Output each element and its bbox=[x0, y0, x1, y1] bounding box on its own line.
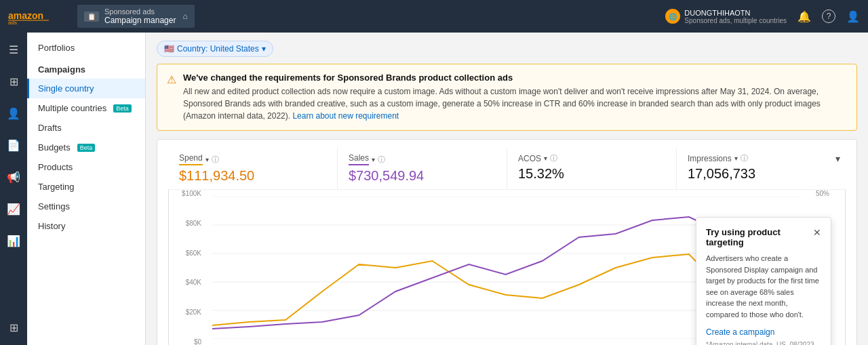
y-left-label-0: $100K bbox=[174, 190, 201, 197]
y-left-label-4: $20K bbox=[174, 308, 201, 316]
sidebar-item-history[interactable]: History bbox=[27, 216, 145, 236]
budgets-label: Budgets bbox=[38, 142, 71, 153]
history-label: History bbox=[38, 221, 65, 231]
alert-body-text: All new and edited product collection ad… bbox=[183, 87, 821, 121]
breadcrumb-info: Sponsored ads Campaign manager bbox=[104, 7, 176, 25]
sales-info-icon[interactable]: ⓘ bbox=[378, 155, 385, 165]
multiple-countries-label: Multiple countries bbox=[38, 103, 106, 113]
alert-banner: ⚠ We've changed the requirements for Spo… bbox=[157, 64, 857, 131]
chart-container: $100K $80K $60K $40K $20K $0 50% 40% 30%… bbox=[168, 190, 846, 345]
home-icon[interactable]: ⌂ bbox=[182, 12, 187, 21]
sidebar-icon-bullhorn[interactable]: 📢 bbox=[4, 168, 23, 186]
spend-info-icon[interactable]: ⓘ bbox=[212, 155, 219, 165]
user-details: DUONGTHIHAOTN Sponsored ads, multiple co… bbox=[684, 9, 787, 24]
sidebar-icon-grid[interactable]: ⊞ bbox=[7, 73, 21, 91]
sidebar-icon-bar[interactable]: 📊 bbox=[4, 232, 23, 250]
impressions-label-row: Impressions ▾ ⓘ bbox=[688, 153, 835, 163]
y-left-label-3: $40K bbox=[174, 279, 201, 286]
sales-dropdown[interactable]: ▾ bbox=[372, 156, 375, 163]
sidebar-icon-menu[interactable]: ☰ bbox=[6, 41, 21, 59]
country-dropdown-icon: ▾ bbox=[262, 44, 266, 54]
impressions-value: 17,056,733 bbox=[688, 166, 835, 182]
impressions-info-icon[interactable]: ⓘ bbox=[741, 153, 748, 163]
help-icon[interactable]: ? bbox=[822, 9, 835, 23]
user-info: 🌐 DUONGTHIHAOTN Sponsored ads, multiple … bbox=[665, 9, 787, 24]
tooltip-close-button[interactable]: ✕ bbox=[813, 227, 821, 238]
tooltip-header: Try using product targeting ✕ bbox=[706, 227, 821, 247]
metric-spend: Spend ▾ ⓘ $111,934.50 bbox=[168, 148, 338, 189]
spend-label: Spend bbox=[179, 153, 203, 165]
impressions-label: Impressions bbox=[688, 154, 732, 163]
alert-icon: ⚠ bbox=[167, 73, 176, 86]
tooltip-link[interactable]: Create a campaign bbox=[706, 327, 774, 337]
metric-sales: Sales ▾ ⓘ $730,549.94 bbox=[338, 148, 507, 189]
top-nav-left: amazon ads 📋 Sponsored ads Campaign mana… bbox=[8, 5, 195, 28]
metrics-card: Spend ▾ ⓘ $111,934.50 Sales ▾ ⓘ $730,549… bbox=[157, 139, 857, 345]
sidebar-item-multiple-countries[interactable]: Multiple countries Beta bbox=[27, 98, 145, 118]
country-label: Country: United States bbox=[177, 44, 259, 54]
alert-link[interactable]: Learn about new requirement bbox=[292, 111, 399, 121]
sidebar-item-portfolios[interactable]: Portfolios bbox=[27, 38, 145, 58]
single-country-label: Single country bbox=[38, 83, 94, 94]
acos-label: ACOS bbox=[518, 154, 541, 163]
spend-value: $111,934.50 bbox=[179, 168, 326, 184]
y-left-label-5: $0 bbox=[174, 338, 201, 345]
sidebar-icon-apps[interactable]: ⊞ bbox=[7, 319, 21, 337]
sales-label: Sales bbox=[349, 153, 369, 165]
products-label: Products bbox=[38, 162, 73, 172]
portfolios-label: Portfolios bbox=[38, 43, 75, 53]
targeting-label: Targeting bbox=[38, 182, 74, 192]
sales-label-row: Sales ▾ ⓘ bbox=[349, 153, 496, 165]
user-name: DUONGTHIHAOTN bbox=[684, 9, 787, 17]
sidebar-icon-trend[interactable]: 📈 bbox=[4, 200, 23, 218]
account-icon[interactable]: 👤 bbox=[846, 10, 860, 23]
sidebar-item-targeting[interactable]: Targeting bbox=[27, 177, 145, 197]
budgets-badge: Beta bbox=[77, 144, 96, 152]
impressions-dropdown[interactable]: ▾ bbox=[734, 155, 738, 162]
settings-label: Settings bbox=[38, 201, 70, 211]
acos-dropdown[interactable]: ▾ bbox=[544, 155, 547, 162]
user-avatar: 🌐 bbox=[665, 9, 680, 24]
alert-content: We've changed the requirements for Spons… bbox=[183, 73, 847, 122]
amazon-ads-logo: amazon ads bbox=[8, 7, 69, 26]
metric-impressions: Impressions ▾ ⓘ 17,056,733 ▾ bbox=[677, 148, 846, 189]
metrics-row: Spend ▾ ⓘ $111,934.50 Sales ▾ ⓘ $730,549… bbox=[168, 148, 846, 190]
sidebar-icon-user[interactable]: 👤 bbox=[4, 104, 23, 123]
icon-sidebar: ☰ ⊞ 👤 📄 📢 📈 📊 ⊞ bbox=[0, 33, 27, 345]
main-content: 🇺🇸 Country: United States ▾ ⚠ We've chan… bbox=[146, 33, 868, 345]
chart-y-left-labels: $100K $80K $60K $40K $20K $0 bbox=[174, 190, 201, 345]
sidebar-item-drafts[interactable]: Drafts bbox=[27, 118, 145, 138]
y-left-label-2: $60K bbox=[174, 249, 201, 257]
flag-icon: 🇺🇸 bbox=[164, 44, 174, 54]
alert-body: All new and edited product collection ad… bbox=[183, 85, 847, 122]
sales-value: $730,549.94 bbox=[349, 168, 496, 184]
breadcrumb-sub: Campaign manager bbox=[104, 16, 176, 25]
collapse-button[interactable]: ▾ bbox=[835, 153, 840, 164]
drafts-label: Drafts bbox=[38, 123, 62, 133]
multiple-countries-badge: Beta bbox=[113, 104, 132, 113]
tooltip-title: Try using product targeting bbox=[706, 227, 813, 247]
country-badge[interactable]: 🇺🇸 Country: United States ▾ bbox=[157, 41, 273, 57]
sidebar-icon-document[interactable]: 📄 bbox=[4, 136, 23, 155]
nav-breadcrumb[interactable]: 📋 Sponsored ads Campaign manager ⌂ bbox=[77, 5, 195, 28]
acos-value: 15.32% bbox=[518, 166, 665, 182]
product-targeting-tooltip: Try using product targeting ✕ Advertiser… bbox=[696, 217, 831, 345]
acos-info-icon[interactable]: ⓘ bbox=[550, 153, 557, 163]
campaigns-section-title: Campaigns bbox=[27, 58, 145, 79]
spend-label-row: Spend ▾ ⓘ bbox=[179, 153, 326, 165]
bell-icon[interactable]: 🔔 bbox=[797, 10, 811, 23]
nav-sidebar: Portfolios Campaigns Single country Mult… bbox=[27, 33, 146, 345]
sidebar-item-budgets[interactable]: Budgets Beta bbox=[27, 138, 145, 157]
sidebar-item-single-country[interactable]: Single country bbox=[27, 79, 145, 98]
top-nav: amazon ads 📋 Sponsored ads Campaign mana… bbox=[0, 0, 868, 33]
y-left-label-1: $80K bbox=[174, 220, 201, 227]
tooltip-body: Advertisers who create a Sponsored Displ… bbox=[706, 253, 821, 320]
sidebar-item-settings[interactable]: Settings bbox=[27, 197, 145, 216]
breadcrumb-label: Sponsored ads bbox=[104, 7, 176, 16]
user-subtitle: Sponsored ads, multiple countries bbox=[684, 17, 787, 24]
tooltip-footnote: *Amazon internal data, US, 08/2023 bbox=[706, 341, 821, 345]
sidebar-item-products[interactable]: Products bbox=[27, 157, 145, 177]
spend-dropdown[interactable]: ▾ bbox=[205, 156, 209, 163]
acos-label-row: ACOS ▾ ⓘ bbox=[518, 153, 665, 163]
top-nav-right: 🌐 DUONGTHIHAOTN Sponsored ads, multiple … bbox=[665, 9, 860, 24]
